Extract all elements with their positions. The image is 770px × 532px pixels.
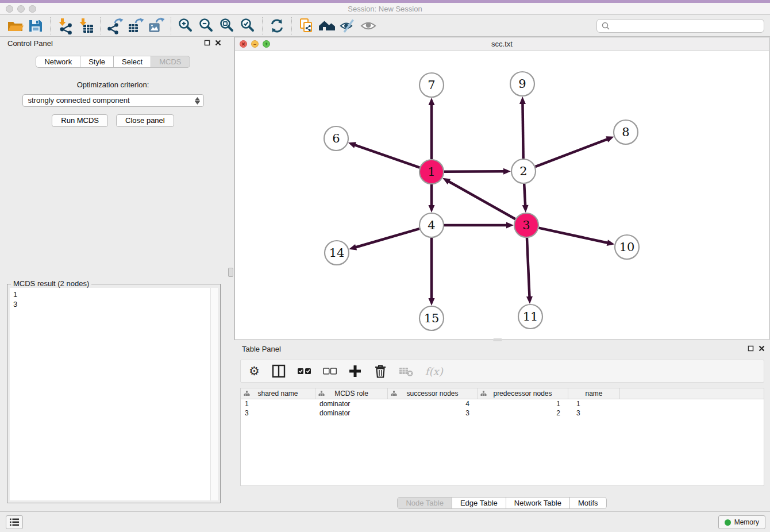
table-row[interactable]: 3dominator323 — [241, 408, 764, 418]
column-header-name[interactable]: name — [568, 388, 620, 399]
import-network-button[interactable] — [55, 17, 75, 35]
show-all-button[interactable] — [358, 17, 379, 35]
network-view-window: ✕ – + scc.txt 7968124314101511 — [234, 37, 769, 340]
select-chevrons-icon — [194, 96, 201, 106]
refresh-button[interactable] — [267, 17, 287, 35]
hide-selection-button[interactable] — [337, 17, 358, 35]
tab-network-table[interactable]: Network Table — [506, 497, 570, 509]
close-panel-icon[interactable] — [215, 40, 221, 46]
result-scrollbar[interactable] — [210, 288, 218, 500]
graph-node-label-3: 3 — [522, 218, 530, 232]
float-panel-icon[interactable] — [204, 40, 210, 46]
search-field[interactable] — [596, 19, 764, 33]
tab-edge-table[interactable]: Edge Table — [452, 497, 506, 509]
float-table-panel-icon[interactable] — [748, 345, 754, 352]
table-cell[interactable]: 1 — [568, 399, 620, 408]
close-panel-button[interactable]: Close panel — [116, 114, 174, 127]
split-divider-handle[interactable] — [228, 268, 233, 277]
tab-mcds[interactable]: MCDS — [151, 56, 190, 68]
graph-edge-2-9[interactable] — [522, 103, 523, 159]
table-cell[interactable]: 1 — [478, 399, 568, 408]
table-cell[interactable]: 4 — [388, 399, 478, 408]
save-session-button[interactable] — [25, 17, 46, 35]
export-table-button[interactable] — [125, 17, 146, 35]
graph-edge-1-6[interactable] — [354, 145, 419, 168]
horizontal-divider-handle[interactable] — [493, 338, 502, 341]
table-cell[interactable]: dominator — [315, 399, 388, 408]
zoom-selected-icon — [239, 17, 256, 34]
graph-edge-arrowhead — [606, 136, 614, 142]
tab-motifs[interactable]: Motifs — [569, 497, 607, 509]
zoom-out-button[interactable] — [196, 17, 217, 35]
graph-node-label-10: 10 — [619, 240, 635, 254]
graph-edge-arrowhead — [506, 222, 514, 229]
list-icon — [9, 517, 20, 527]
tab-network[interactable]: Network — [36, 56, 80, 68]
column-header-shared-name[interactable]: shared name — [241, 388, 315, 399]
graph-edge-3-10[interactable] — [538, 228, 608, 243]
refresh-icon — [268, 17, 286, 34]
unchecked-boxes-icon — [323, 368, 337, 375]
export-image-button[interactable] — [146, 17, 167, 35]
delete-table-button-disabled[interactable] — [399, 365, 414, 377]
graph-edge-3-11[interactable] — [527, 238, 530, 298]
ui-settings-button[interactable] — [6, 515, 23, 529]
optimization-criterion-label: Optimization criterion: — [0, 80, 226, 89]
zoom-in-button[interactable] — [175, 17, 196, 35]
open-folder-icon — [6, 17, 24, 34]
graph-edge-3-1[interactable] — [448, 181, 515, 219]
criterion-select[interactable]: strongly connected component — [22, 94, 204, 107]
table-settings-button[interactable]: ⚙ — [249, 365, 260, 377]
home-button[interactable] — [317, 17, 337, 35]
graph-edge-1-2[interactable] — [444, 171, 505, 172]
table-cell[interactable]: 3 — [568, 408, 620, 418]
eye-icon — [360, 17, 377, 34]
graph-node-label-7: 7 — [428, 78, 435, 92]
network-canvas[interactable]: 7968124314101511 — [235, 52, 769, 340]
show-columns-button[interactable] — [271, 364, 286, 379]
network-graph[interactable]: 7968124314101511 — [235, 52, 769, 340]
table-row[interactable]: 1dominator411 — [241, 399, 764, 408]
graph-edge-4-14[interactable] — [355, 229, 419, 248]
column-header-MCDS-role[interactable]: MCDS role — [315, 388, 388, 399]
function-builder-button-disabled[interactable]: f(x) — [425, 365, 443, 377]
zoom-fit-button[interactable] — [217, 17, 237, 35]
mcds-result-legend: MCDS result (2 nodes) — [11, 279, 91, 288]
mcds-result-area[interactable]: 1 3 — [10, 288, 218, 500]
graph-edge-2-3[interactable] — [524, 184, 525, 206]
table-cell[interactable]: 3 — [388, 408, 478, 418]
delete-table-icon — [399, 365, 414, 377]
new-network-file-button[interactable] — [296, 17, 317, 35]
memory-button[interactable]: Memory — [718, 515, 765, 529]
zoom-selected-button[interactable] — [237, 17, 258, 35]
search-icon — [600, 21, 611, 31]
tab-select[interactable]: Select — [113, 56, 151, 68]
column-header-successor-nodes[interactable]: successor nodes — [388, 388, 478, 399]
column-header-predecessor-nodes[interactable]: predecessor nodes — [478, 388, 568, 399]
select-all-columns-button[interactable] — [298, 368, 311, 375]
tab-node-table[interactable]: Node Table — [397, 497, 452, 509]
mcds-result-lines: 1 3 — [10, 288, 218, 311]
search-input[interactable] — [611, 22, 764, 30]
create-column-button[interactable] — [348, 364, 362, 378]
criterion-value: strongly connected component — [28, 96, 130, 105]
run-mcds-button[interactable]: Run MCDS — [52, 114, 108, 127]
table-cell[interactable]: dominator — [315, 408, 388, 418]
close-table-panel-icon[interactable] — [759, 345, 765, 352]
export-network-button[interactable] — [105, 17, 125, 35]
toolbar-separator — [291, 17, 292, 34]
table-cell[interactable]: 2 — [478, 408, 568, 418]
table-cell[interactable]: 1 — [241, 399, 315, 408]
network-window-titlebar[interactable]: ✕ – + scc.txt — [235, 37, 769, 51]
unselect-all-columns-button[interactable] — [323, 368, 337, 375]
graph-edge-arrowhead — [607, 240, 615, 246]
open-session-button[interactable] — [5, 17, 25, 35]
memory-status-icon — [725, 519, 731, 526]
graph-edge-2-8[interactable] — [536, 139, 609, 167]
export-image-icon — [148, 17, 165, 34]
tab-style[interactable]: Style — [80, 56, 114, 68]
mcds-result-box: MCDS result (2 nodes) 1 3 — [7, 284, 221, 503]
import-table-button[interactable] — [75, 17, 96, 35]
table-cell[interactable]: 3 — [241, 408, 315, 418]
delete-column-button[interactable] — [374, 364, 387, 379]
